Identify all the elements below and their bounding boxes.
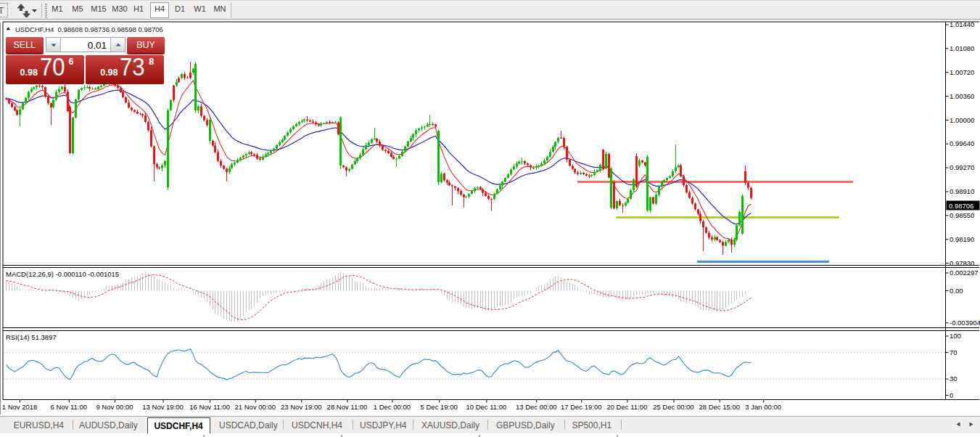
svg-text:16 Nov 11:00: 16 Nov 11:00 <box>189 403 230 411</box>
svg-text:25 Dec 00:00: 25 Dec 00:00 <box>653 403 694 411</box>
svg-text:1.01440: 1.01440 <box>950 20 974 28</box>
svg-text:1.00000: 1.00000 <box>950 116 974 124</box>
svg-text:13 Nov 19:00: 13 Nov 19:00 <box>142 403 184 411</box>
svg-text:9 Nov 00:00: 9 Nov 00:00 <box>96 403 133 411</box>
svg-text:13 Dec 00:00: 13 Dec 00:00 <box>516 403 557 411</box>
svg-text:21 Nov 00:00: 21 Nov 00:00 <box>235 403 276 411</box>
svg-text:0.97830: 0.97830 <box>950 259 974 267</box>
svg-text:100: 100 <box>950 332 961 340</box>
svg-text:5 Dec 19:00: 5 Dec 19:00 <box>421 403 458 411</box>
svg-text:1 Nov 2018: 1 Nov 2018 <box>2 403 38 411</box>
svg-text:1.00720: 1.00720 <box>950 68 974 76</box>
svg-text:28 Nov 11:00: 28 Nov 11:00 <box>327 403 368 411</box>
svg-text:0.99640: 0.99640 <box>950 139 974 147</box>
svg-text:23 Nov 19:00: 23 Nov 19:00 <box>281 403 322 411</box>
svg-text:28 Dec 15:00: 28 Dec 15:00 <box>699 403 740 411</box>
svg-text:0.98910: 0.98910 <box>950 187 974 195</box>
svg-text:1.00360: 1.00360 <box>950 92 974 100</box>
svg-text:0.99270: 0.99270 <box>950 163 974 171</box>
svg-text:0: 0 <box>950 391 953 399</box>
svg-text:USDCHF,H4 0.98608 0.98736 0.9: USDCHF,H4 0.98608 0.98736 0.98598 0.9870… <box>15 25 163 33</box>
svg-text:30: 30 <box>950 375 958 383</box>
svg-text:0.98550: 0.98550 <box>950 211 974 219</box>
svg-text:0.00: 0.00 <box>950 287 963 295</box>
svg-text:17 Dec 19:00: 17 Dec 19:00 <box>561 403 602 411</box>
svg-text:20 Dec 11:00: 20 Dec 11:00 <box>606 403 647 411</box>
svg-text:0.002297: 0.002297 <box>950 269 979 277</box>
svg-text:10 Dec 11:00: 10 Dec 11:00 <box>466 403 506 411</box>
svg-text:70: 70 <box>950 348 958 356</box>
svg-text:RSI(14) 51.3897: RSI(14) 51.3897 <box>6 333 57 341</box>
svg-text:0.98190: 0.98190 <box>950 235 974 243</box>
svg-text:1 Dec 00:00: 1 Dec 00:00 <box>374 403 411 411</box>
svg-text:MACD(12,26,9) -0.000110 -0.001: MACD(12,26,9) -0.000110 -0.001015 <box>6 270 119 278</box>
svg-text:6 Nov 11:00: 6 Nov 11:00 <box>51 403 88 411</box>
svg-text:1.01080: 1.01080 <box>950 44 974 52</box>
svg-text:3 Jan 00:00: 3 Jan 00:00 <box>745 403 781 411</box>
svg-text:-0.003904: -0.003904 <box>950 319 980 327</box>
svg-text:0.98706: 0.98706 <box>949 202 973 210</box>
